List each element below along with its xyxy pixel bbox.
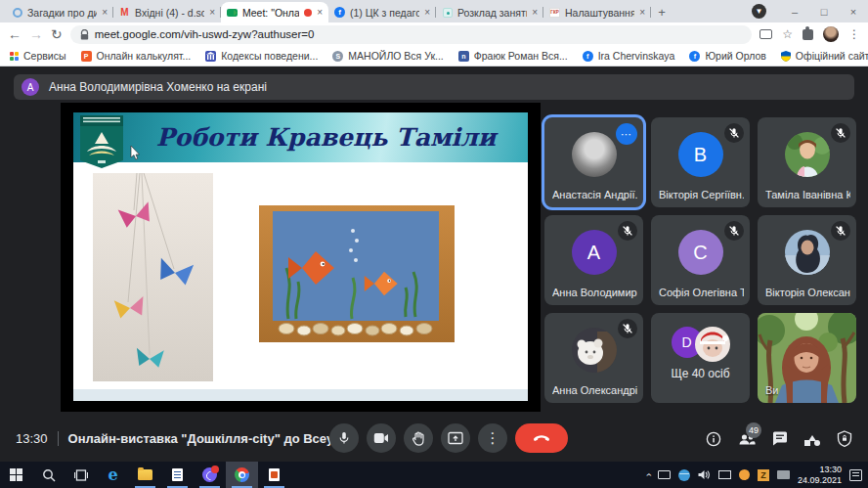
tray-volume-icon[interactable] bbox=[698, 469, 711, 480]
chrome-update-icon[interactable]: ▼ bbox=[752, 4, 766, 19]
hidden-icons-chevron[interactable]: › bbox=[643, 473, 654, 476]
bookmark-codex[interactable]: Кодексы поведени... bbox=[205, 50, 318, 62]
tab-close-icon[interactable]: × bbox=[639, 7, 645, 18]
card-icon[interactable] bbox=[760, 29, 772, 39]
participant-tile[interactable]: В Вікторія Сергіївн... bbox=[651, 117, 750, 207]
tab-gmail[interactable]: M Вхідні (4) - d.sopova@ × bbox=[113, 2, 221, 22]
tab-close-icon[interactable]: × bbox=[317, 7, 323, 18]
participant-name: Вікторія Сергіївн... bbox=[659, 189, 744, 200]
task-view-button[interactable] bbox=[65, 462, 97, 488]
present-screen-button[interactable] bbox=[441, 423, 470, 453]
maximize-button[interactable]: □ bbox=[809, 0, 839, 22]
new-tab-button[interactable]: + bbox=[651, 2, 673, 22]
tab-title: Налаштування журна bbox=[565, 7, 634, 19]
chrome-button[interactable] bbox=[226, 462, 258, 488]
tab-meet-active[interactable]: Meet: "Онлайн-ви × bbox=[221, 2, 328, 22]
action-center-icon[interactable] bbox=[849, 469, 862, 481]
viber-button[interactable] bbox=[194, 462, 226, 488]
bookmark-frayuk[interactable]: n Фраюк Роман Вся... bbox=[458, 50, 568, 62]
file-explorer-button[interactable] bbox=[129, 462, 161, 488]
bookmark-official-site[interactable]: Офіційний сайт Уп... bbox=[781, 50, 868, 62]
bookmark-manoilo[interactable]: S МАНОЙЛО Вся Ук... bbox=[332, 50, 443, 62]
more-options-button[interactable]: ⋮ bbox=[478, 423, 507, 453]
participant-tile[interactable]: Анна Олександрі... bbox=[544, 313, 643, 403]
clock-time: 13:30 bbox=[798, 465, 842, 475]
start-button[interactable] bbox=[0, 462, 32, 488]
tab-facebook[interactable]: f (1) ЦК з педагогічн × bbox=[328, 2, 436, 22]
document-app-button[interactable] bbox=[161, 462, 194, 488]
tray-keyboard-icon[interactable] bbox=[658, 470, 671, 479]
profile-avatar[interactable] bbox=[823, 26, 839, 42]
address-bar[interactable]: meet.google.com/vih-uswd-zyw?authuser=0 bbox=[70, 25, 753, 44]
meet-main: А Анна Володимирівна Хоменко на екрані Р… bbox=[0, 67, 868, 462]
participant-tile[interactable]: ⋯ Анастасія Андрії... bbox=[544, 117, 643, 207]
participant-tile[interactable]: А Анна Володимирі... bbox=[544, 215, 643, 305]
taskbar-clock[interactable]: 13:30 24.09.2021 bbox=[798, 465, 842, 486]
self-label: Ви bbox=[765, 384, 778, 396]
tray-monitor-icon[interactable] bbox=[777, 470, 790, 479]
participants-button[interactable]: 49 bbox=[738, 432, 756, 446]
participant-tile[interactable]: Вікторія Олексан... bbox=[758, 215, 856, 305]
taskbar-search-button[interactable] bbox=[32, 462, 65, 488]
participant-name: Анна Володимирі... bbox=[552, 287, 637, 298]
tray-display-icon[interactable] bbox=[718, 470, 731, 479]
participant-count-badge: 49 bbox=[746, 422, 761, 438]
minimize-button[interactable]: – bbox=[780, 0, 809, 22]
avatar bbox=[572, 132, 617, 177]
tray-network-icon[interactable] bbox=[678, 469, 690, 481]
chrome-icon bbox=[235, 467, 249, 482]
camera-button[interactable] bbox=[367, 423, 396, 453]
bookmark-orlov[interactable]: f Юрий Орлов bbox=[689, 50, 765, 62]
document-icon bbox=[172, 468, 183, 481]
self-view-tile[interactable]: Ви bbox=[758, 313, 856, 403]
meet-icon bbox=[227, 7, 238, 18]
santa-avatar bbox=[695, 327, 730, 362]
bookmark-ira[interactable]: f Ira Chervinskaya bbox=[583, 50, 675, 62]
participant-name: Анна Олександрі... bbox=[552, 384, 637, 396]
meet-bottom-bar: 13:30 Онлайн-виставка "Дошкілля-city" до… bbox=[0, 416, 868, 462]
close-button[interactable]: × bbox=[839, 0, 868, 22]
toolbar-icons: ☆ ⋮ bbox=[760, 26, 860, 42]
activities-button[interactable] bbox=[804, 431, 820, 446]
tab-journal[interactable]: ГКР Налаштування журна × bbox=[543, 2, 651, 22]
end-call-button[interactable] bbox=[515, 423, 568, 453]
participant-tile[interactable]: Таміла Іванівна К... bbox=[758, 117, 856, 207]
reload-icon[interactable]: ↻ bbox=[51, 27, 63, 41]
info-button[interactable] bbox=[706, 431, 721, 447]
overflow-tile[interactable]: D Ще 40 осіб bbox=[651, 313, 750, 403]
tab-close-icon[interactable]: × bbox=[532, 7, 538, 18]
tab-zagadky[interactable]: Загадки про дитячий × bbox=[6, 2, 113, 22]
chrome-menu-icon[interactable]: ⋮ bbox=[848, 27, 860, 41]
raise-hand-button[interactable] bbox=[404, 423, 433, 453]
mic-button[interactable] bbox=[329, 423, 359, 453]
facebook-icon: f bbox=[334, 7, 345, 18]
bookmark-calculator[interactable]: P Онлайн калькулят... bbox=[81, 50, 192, 62]
tray-app-icon-z[interactable]: Z bbox=[758, 469, 769, 481]
impress-button[interactable] bbox=[258, 462, 290, 488]
divider bbox=[58, 431, 59, 446]
apps-grid-icon bbox=[10, 52, 19, 61]
tab-close-icon[interactable]: × bbox=[209, 7, 215, 18]
tab-close-icon[interactable]: × bbox=[424, 7, 430, 18]
avatar: А bbox=[572, 230, 617, 275]
tab-close-icon[interactable]: × bbox=[102, 7, 108, 18]
participant-tile[interactable]: С Софія Олегівна Т... bbox=[651, 215, 750, 305]
tray-app-icon-orange[interactable] bbox=[739, 469, 750, 480]
gmail-icon: M bbox=[119, 7, 130, 18]
participant-name: Софія Олегівна Т... bbox=[659, 287, 744, 298]
tab-title: (1) ЦК з педагогічн bbox=[350, 7, 419, 19]
chat-button[interactable] bbox=[772, 431, 788, 446]
bookmark-star-icon[interactable]: ☆ bbox=[782, 27, 793, 41]
s-logo-icon: S bbox=[332, 51, 343, 62]
extensions-icon[interactable] bbox=[803, 29, 813, 40]
back-icon[interactable]: ← bbox=[8, 27, 22, 41]
bookmark-services[interactable]: Сервисы bbox=[10, 50, 66, 62]
meeting-time: 13:30 bbox=[16, 431, 48, 446]
tile-options-button[interactable]: ⋯ bbox=[616, 123, 637, 145]
tab-schedule[interactable]: Розклад занять × bbox=[436, 2, 543, 22]
edge-button[interactable]: e bbox=[97, 462, 129, 488]
avatar: В bbox=[678, 132, 723, 177]
host-controls-button[interactable] bbox=[837, 430, 852, 447]
mic-off-icon bbox=[618, 319, 637, 338]
forward-icon[interactable]: → bbox=[29, 27, 43, 41]
